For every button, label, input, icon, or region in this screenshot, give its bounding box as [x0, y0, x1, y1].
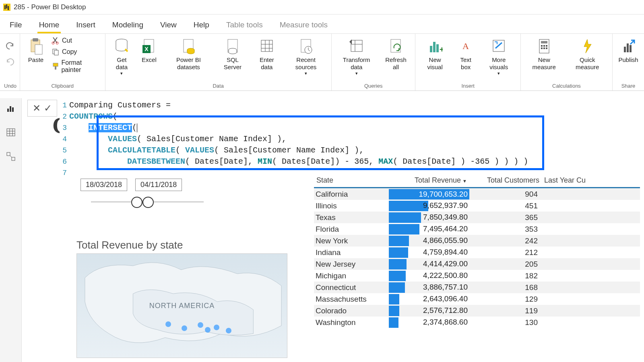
- commit-formula-icon[interactable]: ✓: [44, 103, 52, 114]
- sql-server-button[interactable]: SQL Server: [216, 36, 249, 72]
- svg-rect-6: [54, 50, 58, 55]
- cell-customers: 130: [469, 318, 542, 327]
- publish-button[interactable]: Publish: [617, 36, 640, 64]
- table-row[interactable]: California19,700,653.20904: [314, 188, 640, 200]
- menu-table-tools[interactable]: Table tools: [225, 17, 264, 33]
- code-line[interactable]: 6 DATESBETWEEN( Dates[Date], MIN( Dates[…: [60, 156, 528, 167]
- map-label: NORTH AMERICA: [149, 302, 215, 310]
- table-row[interactable]: Connecticut3,886,757.10168: [314, 282, 640, 293]
- pbi-datasets-button[interactable]: Power BI datasets: [164, 36, 213, 72]
- slicer-slider[interactable]: [91, 194, 204, 210]
- menu-file[interactable]: File: [8, 17, 24, 33]
- table-row[interactable]: Michigan4,222,500.80182: [314, 270, 640, 282]
- formula-bar[interactable]: ✕ ✓ 1Comparing Customers =2COUNTROWS(3 I…: [27, 100, 640, 179]
- menu-view[interactable]: View: [159, 17, 178, 33]
- enter-data-button[interactable]: Enter data: [252, 36, 281, 72]
- code-line[interactable]: 3 INTERSECT(: [60, 122, 528, 134]
- table-row[interactable]: New York4,866,055.90242: [314, 235, 640, 247]
- svg-text:A: A: [462, 41, 469, 51]
- model-view-icon[interactable]: [5, 150, 17, 162]
- copy-button[interactable]: Copy: [51, 47, 101, 56]
- cell-customers: 904: [469, 190, 542, 199]
- cell-customers: 365: [469, 213, 542, 222]
- cell-revenue: 4,759,894.40: [389, 247, 469, 258]
- menu-modeling[interactable]: Modeling: [111, 17, 145, 33]
- menu-insert[interactable]: Insert: [74, 17, 97, 33]
- slider-handle-left[interactable]: [131, 197, 142, 208]
- group-data: Get data▾ X Excel Power BI datasets SQL …: [105, 34, 332, 90]
- excel-button[interactable]: X Excel: [137, 36, 161, 64]
- recent-sources-button[interactable]: Recent sources▾: [285, 36, 327, 77]
- cell-revenue: 4,414,429.00: [389, 259, 469, 270]
- code-line[interactable]: 2COUNTROWS(: [60, 111, 528, 122]
- new-measure-button[interactable]: New measure: [525, 36, 564, 72]
- svg-rect-8: [55, 66, 56, 70]
- col-revenue[interactable]: Total Revenue▼: [389, 175, 469, 185]
- menu-measure-tools[interactable]: Measure tools: [278, 17, 329, 33]
- col-last-year[interactable]: Last Year Cu: [542, 175, 640, 185]
- map-visual[interactable]: NORTH AMERICA: [76, 253, 287, 358]
- slider-handle-right[interactable]: [142, 197, 154, 208]
- cell-state: Michigan: [314, 272, 389, 280]
- table-visual[interactable]: State Total Revenue▼ Total Customers Las…: [314, 175, 640, 328]
- table-row[interactable]: Illinois9,652,937.90451: [314, 200, 640, 212]
- more-visuals-button[interactable]: More visuals▾: [481, 36, 516, 77]
- cut-button[interactable]: Cut: [51, 36, 101, 45]
- cell-customers: 182: [469, 272, 542, 280]
- svg-rect-45: [627, 43, 629, 52]
- group-undo: Undo: [0, 34, 20, 90]
- table-row[interactable]: New Jersey4,414,429.00205: [314, 258, 640, 270]
- table-row[interactable]: Indiana4,759,894.40212: [314, 247, 640, 258]
- cell-state: New York: [314, 237, 389, 245]
- data-view-icon[interactable]: [5, 126, 17, 138]
- redo-icon[interactable]: [5, 56, 15, 67]
- table-row[interactable]: Florida7,495,464.20353: [314, 223, 640, 235]
- svg-rect-46: [630, 45, 632, 52]
- cell-customers: 242: [469, 237, 542, 245]
- slicer-to-date[interactable]: 04/11/2018: [135, 179, 182, 191]
- svg-rect-29: [433, 42, 436, 52]
- svg-rect-51: [7, 129, 15, 136]
- table-row[interactable]: Colorado2,576,712.80119: [314, 305, 640, 317]
- table-row[interactable]: Texas7,850,349.80365: [314, 212, 640, 223]
- group-calc-label: Calculations: [525, 82, 608, 90]
- date-slicer[interactable]: 18/03/2018 04/11/2018: [80, 179, 204, 210]
- group-calculations: New measure Quick measure Calculations: [521, 34, 613, 90]
- svg-rect-49: [10, 106, 11, 112]
- copy-icon: [52, 48, 60, 56]
- report-view-icon[interactable]: [5, 102, 17, 114]
- cell-revenue: 4,222,500.80: [389, 270, 469, 282]
- cut-icon: [52, 37, 60, 45]
- menu-home[interactable]: Home: [37, 17, 61, 33]
- cell-state: New Jersey: [314, 260, 389, 269]
- table-row[interactable]: Washington2,374,868.60130: [314, 317, 640, 328]
- code-line[interactable]: 4 VALUES( Sales[Customer Name Index] ),: [60, 134, 528, 145]
- cell-revenue: 7,850,349.80: [389, 212, 469, 223]
- quick-measure-button[interactable]: Quick measure: [567, 36, 608, 72]
- text-box-button[interactable]: A Text box: [454, 36, 478, 72]
- window-title: 285 - Power BI Desktop: [14, 3, 86, 11]
- col-state[interactable]: State: [314, 175, 389, 185]
- get-data-button[interactable]: Get data▾: [109, 36, 134, 77]
- col-customers[interactable]: Total Customers: [469, 175, 542, 185]
- cell-state: Texas: [314, 213, 389, 222]
- cell-customers: 353: [469, 225, 542, 234]
- cancel-formula-icon[interactable]: ✕: [33, 103, 41, 114]
- menu-help[interactable]: Help: [192, 17, 211, 33]
- format-painter-button[interactable]: Format painter: [51, 59, 101, 74]
- table-row[interactable]: Massachusetts2,643,096.40129: [314, 293, 640, 305]
- undo-icon[interactable]: [5, 40, 15, 51]
- ribbon: Undo Paste Cut Copy Format painter: [0, 34, 644, 91]
- refresh-button[interactable]: Refresh all: [381, 36, 411, 72]
- transform-data-button[interactable]: Transform data▾: [336, 36, 378, 77]
- slicer-from-date[interactable]: 18/03/2018: [80, 179, 127, 191]
- paste-button[interactable]: Paste: [24, 36, 47, 64]
- svg-rect-48: [7, 109, 9, 112]
- code-line[interactable]: 5 CALCULATETABLE( VALUES( Sales[Customer…: [60, 145, 528, 156]
- cell-revenue: 2,374,868.60: [389, 317, 469, 328]
- cell-revenue: 2,576,712.80: [389, 305, 469, 317]
- dax-editor[interactable]: 1Comparing Customers =2COUNTROWS(3 INTER…: [60, 100, 528, 179]
- new-visual-button[interactable]: + New visual: [419, 36, 450, 72]
- table-header: State Total Revenue▼ Total Customers Las…: [314, 175, 640, 188]
- code-line[interactable]: 1Comparing Customers =: [60, 100, 528, 111]
